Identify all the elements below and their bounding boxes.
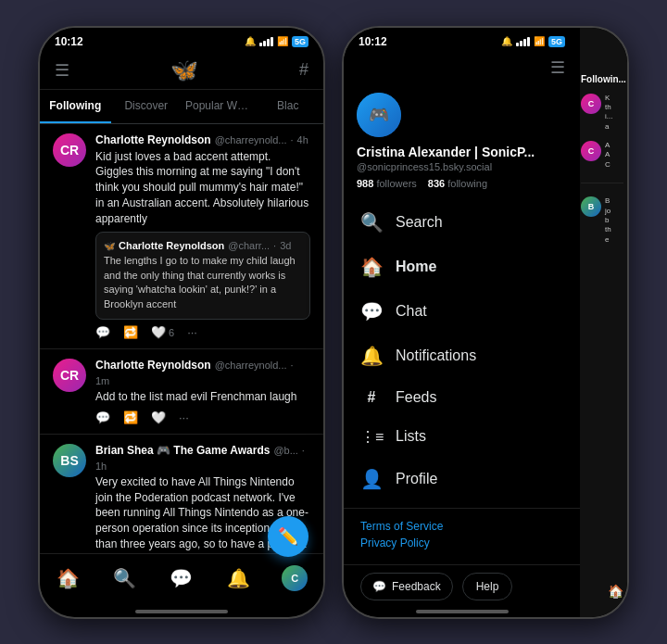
menu-settings[interactable]: ⚙️ Settings [344,501,580,508]
status-icons-1: 🔔 📶 5G [245,36,308,47]
notification-bell-icon-2: 🔔 [501,36,512,46]
hashtag-icon[interactable]: # [299,60,308,80]
notification-bell-icon: 🔔 [245,36,256,46]
nav-search[interactable]: 🔍 [108,562,142,595]
profile-label: Profile [396,471,437,487]
peek-bottom: 🏠 [608,584,623,599]
nav-chat[interactable]: 💬 [165,562,198,595]
menu-home[interactable]: 🏠 Home [344,245,580,289]
drawer-avatar[interactable]: 🎮 [357,93,401,137]
menu-icon[interactable]: ☰ [55,60,69,81]
quote-text-1: The lengths I go to to make my child lau… [104,254,302,311]
privacy-link[interactable]: Privacy Policy [360,537,563,549]
feedback-icon: 💬 [372,580,386,593]
peek-content: Followin... C Kthi...a C AAC B Bjobthe [577,28,627,246]
quote-age-1: 3d [280,240,291,251]
menu-search[interactable]: 🔍 Search [344,200,580,245]
tweet-author-1: Charlotte Reynoldson [95,133,211,146]
menu-lists[interactable]: ⋮≡ Lists [344,417,580,457]
drawer-profile-section: 🎮 Cristina Alexander | SonicP... @sonicp… [344,83,580,195]
quote-tweet-1: 🦋 Charlotte Reynoldson @charr... · 3d Th… [95,232,310,320]
bluesky-logo: 🦋 [170,57,198,83]
feedback-label: Feedback [392,580,441,593]
following-stat: 836 following [428,178,487,189]
tweet-header-1: Charlotte Reynoldson @charreynold... · 4… [95,133,310,146]
user-profile: 🎮 [357,93,567,137]
tweet-header-2: Charlotte Reynoldson @charreynold... · 1… [95,359,310,386]
status-icons-2: 🔔 📶 5G [501,36,565,47]
lists-label: Lists [396,428,426,445]
notifications-label: Notifications [396,347,476,364]
wifi-icon: 📶 [277,36,288,46]
nav-home[interactable]: 🏠 [52,562,85,595]
tweet-handle-1: @charreynold... [215,134,287,145]
peek-tweet-2: C AAC [581,141,623,170]
tweet-body-1: Charlotte Reynoldson @charreynold... · 4… [95,133,310,340]
home-indicator-2 [416,610,509,613]
drawer-menu-list: 🔍 Search 🏠 Home 💬 Chat 🔔 Notifications [344,195,580,508]
tweet-age-2: 1m [95,375,109,386]
tweet-header-3: Brian Shea 🎮 The Game Awards @b... · 1h [95,444,310,472]
time-1: 10:12 [55,35,83,48]
signal-icon [259,37,273,46]
tweet-item-1: CR Charlotte Reynoldson @charreynold... … [40,124,323,350]
terms-link[interactable]: Terms of Service [360,520,563,533]
more-btn-1[interactable]: ··· [187,325,197,339]
help-button[interactable]: Help [462,573,513,600]
tweet-feed: CR Charlotte Reynoldson @charreynold... … [40,124,323,553]
retweet-btn-1[interactable]: 🔁 [123,325,138,339]
tweet-author-2: Charlotte Reynoldson [95,359,211,372]
tweet-item-2: CR Charlotte Reynoldson @charreynold... … [40,349,323,435]
chat-label: Chat [396,303,427,320]
menu-chat[interactable]: 💬 Chat [344,289,580,334]
like-btn-2[interactable]: 🤍 [151,410,166,424]
nav-notifications[interactable]: 🔔 [221,562,255,595]
home-indicator-1 [135,610,228,613]
menu-notifications[interactable]: 🔔 Notifications [344,334,580,378]
time-2: 10:12 [359,35,387,48]
quote-author-1: Charlotte Reynoldson [119,240,224,251]
tweet-text-2: Add to the list mad evil Frenchman laugh [95,389,310,405]
navigation-drawer: 10:12 🔔 📶 5G ☰ [344,28,580,617]
tweet-handle-2: @charreynold... [215,360,287,371]
lists-menu-icon: ⋮≡ [360,428,383,446]
reply-btn-2[interactable]: 💬 [95,410,110,424]
like-btn-1[interactable]: 🤍6 [151,325,174,339]
more-btn-2[interactable]: ··· [179,410,189,424]
retweet-btn-2[interactable]: 🔁 [123,410,138,424]
compose-button[interactable]: ✏️ [268,516,308,557]
tweet-actions-2: 💬 🔁 🤍 ··· [95,410,310,424]
peek-tweet-3: B Bjobthe [581,196,623,245]
tweet-actions-1: 💬 🔁 🤍6 ··· [95,325,310,339]
avatar-2: CR [53,359,86,392]
menu-profile[interactable]: 👤 Profile [344,457,580,501]
feedback-button[interactable]: 💬 Feedback [360,573,453,600]
quote-handle-1: @charr... [228,240,270,251]
search-label: Search [396,214,443,231]
nav-profile[interactable]: C [278,562,311,595]
tweet-time-1: · [291,134,294,145]
tab-popular[interactable]: Popular With Friends [182,90,253,123]
quote-time-1: · [273,240,276,251]
menu-feeds[interactable]: # Feeds [344,378,580,417]
peek-divider [581,183,623,183]
feeds-label: Feeds [396,389,436,406]
tweet-age-3: 1h [95,461,107,472]
drawer-bottom-actions: 💬 Feedback Help [344,564,580,606]
reply-btn-1[interactable]: 💬 [95,325,110,339]
close-drawer-icon[interactable]: ☰ [550,57,565,78]
tab-blac[interactable]: Blac [253,90,324,123]
user-handle: @sonicprincess15.bsky.social [357,161,567,172]
tab-discover[interactable]: Discover [111,90,182,123]
drawer-header-bar: ☰ [344,52,580,83]
help-label: Help [476,580,499,593]
drawer-footer: Terms of Service Privacy Policy [344,508,580,564]
avatar-3: BS [53,444,86,477]
status-bar-2: 10:12 🔔 📶 5G [344,28,580,52]
phone-menu: Followin... C Kthi...a C AAC B Bjobthe [342,26,629,619]
tab-following[interactable]: Following [40,90,111,123]
network-badge-2: 5G [548,36,565,47]
tweet-age-1: 4h [297,134,308,145]
wifi-icon-2: 📶 [534,36,545,46]
chat-menu-icon: 💬 [360,300,383,322]
